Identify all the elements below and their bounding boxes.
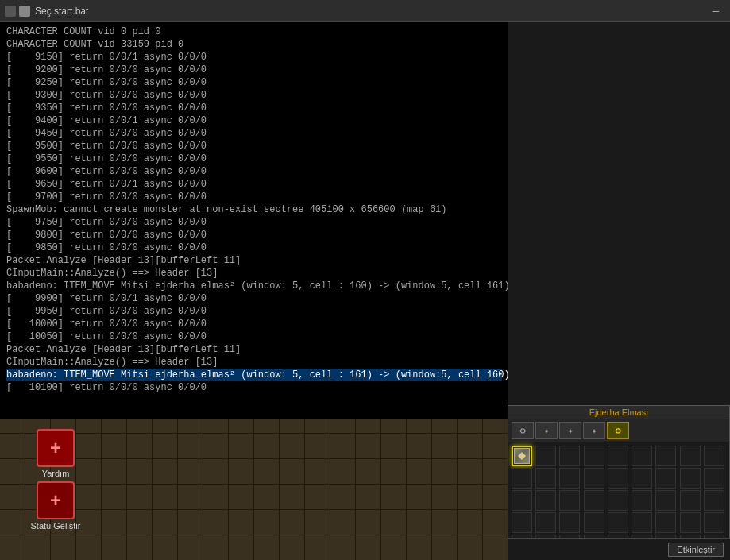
console-line: [ 9750] return 0/0/0 async 0/0/0 <box>6 216 502 229</box>
inventory-toolbar: ⚙✦✦✦⚙ <box>508 419 729 442</box>
console-line: [ 9150] return 0/0/1 async 0/0/0 <box>6 51 502 64</box>
app-icon2 <box>19 6 30 17</box>
inventory-slot[interactable] <box>704 490 724 511</box>
inventory-slot[interactable] <box>608 468 628 489</box>
inventory-tool-btn[interactable]: ✦ <box>535 422 558 439</box>
window-title: Seç start.bat <box>35 6 706 17</box>
inventory-slot[interactable] <box>512 490 532 511</box>
console-line: [ 9900] return 0/0/1 async 0/0/0 <box>6 292 502 305</box>
inventory-slot[interactable] <box>584 468 604 489</box>
console-line: [ 9350] return 0/0/0 async 0/0/0 <box>6 102 502 114</box>
console-line: [ 9850] return 0/0/0 async 0/0/0 <box>6 241 502 254</box>
sidebar-button-icon-0 <box>37 429 75 467</box>
console-line: Packet Analyze [Header 13][bufferLeft 11… <box>6 254 502 267</box>
sidebar-button-icon-1 <box>37 481 75 519</box>
console-line: [ 10050] return 0/0/0 async 0/0/0 <box>6 330 502 343</box>
inventory-slot[interactable] <box>512 446 532 466</box>
console-line: [ 9200] return 0/0/0 async 0/0/0 <box>6 64 502 76</box>
inventory-slot[interactable] <box>704 512 724 533</box>
inventory-slot[interactable] <box>535 512 556 533</box>
inventory-title: Ejderha Elması <box>508 406 729 419</box>
inventory-slot[interactable] <box>559 446 580 466</box>
inventory-slot[interactable] <box>512 468 532 489</box>
inventory-slot[interactable] <box>655 468 676 489</box>
inventory-slot[interactable] <box>632 468 652 489</box>
inventory-slot[interactable] <box>535 490 556 511</box>
inventory-tool-btn[interactable]: ⚙ <box>607 422 629 439</box>
console-line: babadeno: ITEM_MOVE Mitsi ejderha elmas²… <box>6 369 502 381</box>
console-line: [ 9450] return 0/0/0 async 0/0/0 <box>6 127 502 140</box>
console-line: [ 9950] return 0/0/0 async 0/0/0 <box>6 305 502 318</box>
app-icon1 <box>5 6 16 17</box>
console-line: CInputMain::Analyze() ==> Header [13] <box>6 356 502 369</box>
inventory-slot[interactable] <box>608 446 628 466</box>
inventory-slot[interactable] <box>559 468 580 489</box>
inventory-item-icon <box>514 448 530 464</box>
inventory-slot[interactable] <box>632 490 652 511</box>
sidebar-button-1[interactable]: Statü Geliştir <box>24 481 87 531</box>
sidebar-button-0[interactable]: Yardım <box>24 429 87 478</box>
inventory-slot[interactable] <box>680 490 701 511</box>
console-line: CHARACTER COUNT vid 33159 pid 0 <box>6 38 502 51</box>
inventory-slot[interactable] <box>704 446 724 466</box>
console-line: [ 10100] return 0/0/0 async 0/0/0 <box>6 381 502 394</box>
console-line: [ 9500] return 0/0/0 async 0/0/0 <box>6 140 502 153</box>
inventory-tool-btn[interactable]: ✦ <box>559 422 581 439</box>
inventory-slot[interactable] <box>632 446 652 466</box>
inventory-slot[interactable] <box>704 468 724 489</box>
console-line: CInputMain::Analyze() ==> Header [13] <box>6 267 502 280</box>
console-line: SpawnMob: cannot create monster at non-e… <box>6 203 502 216</box>
console-line: Packet Analyze [Header 13][bufferLeft 11… <box>6 343 502 356</box>
inventory-slot[interactable] <box>584 446 604 466</box>
console-output: CHARACTER COUNT vid 0 pid 0CHARACTER COU… <box>0 22 508 419</box>
inventory-slot[interactable] <box>680 446 701 466</box>
inventory-slot[interactable] <box>655 446 676 466</box>
activate-button[interactable]: Etkinleştir <box>668 543 724 557</box>
inventory-slot[interactable] <box>632 512 652 533</box>
titlebar: Seç start.bat — <box>0 0 730 22</box>
inventory-panel: Ejderha Elması ⚙✦✦✦⚙ <box>508 405 730 560</box>
console-line: CHARACTER COUNT vid 0 pid 0 <box>6 25 502 38</box>
console-line: [ 9550] return 0/0/0 async 0/0/0 <box>6 153 502 165</box>
console-line: [ 9700] return 0/0/0 async 0/0/0 <box>6 191 502 203</box>
bottom-bar: Etkinleştir <box>508 538 730 560</box>
inventory-tool-btn[interactable]: ✦ <box>583 422 605 439</box>
console-line: [ 9800] return 0/0/0 async 0/0/0 <box>6 229 502 241</box>
inventory-slot[interactable] <box>655 512 676 533</box>
inventory-slot[interactable] <box>608 490 628 511</box>
console-line: [ 9650] return 0/0/1 async 0/0/0 <box>6 178 502 191</box>
inventory-slot[interactable] <box>535 468 556 489</box>
inventory-slot[interactable] <box>680 512 701 533</box>
minimize-button[interactable]: — <box>706 3 725 19</box>
inventory-slot[interactable] <box>680 468 701 489</box>
inventory-slot[interactable] <box>584 490 604 511</box>
sidebar-button-label-1: Statü Geliştir <box>31 521 81 531</box>
console-line: [ 10000] return 0/0/0 async 0/0/0 <box>6 318 502 330</box>
console-line: [ 9400] return 0/0/1 async 0/0/0 <box>6 114 502 127</box>
inventory-slot[interactable] <box>512 512 532 533</box>
console-line: [ 9250] return 0/0/0 async 0/0/0 <box>6 76 502 89</box>
console-line: [ 9300] return 0/0/0 async 0/0/0 <box>6 89 502 102</box>
inventory-slot[interactable] <box>559 512 580 533</box>
inventory-slot[interactable] <box>655 490 676 511</box>
inventory-tool-btn[interactable]: ⚙ <box>512 422 534 439</box>
inventory-slot[interactable] <box>559 490 580 511</box>
console-line: [ 9600] return 0/0/0 async 0/0/0 <box>6 165 502 178</box>
inventory-slot[interactable] <box>535 446 556 466</box>
left-sidebar: YardımStatü Geliştir <box>24 429 87 531</box>
sidebar-button-label-0: Yardım <box>42 469 70 478</box>
inventory-slot[interactable] <box>584 512 604 533</box>
console-line: babadeno: ITEM_MOVE Mitsi ejderha elmas²… <box>6 280 502 292</box>
inventory-slot[interactable] <box>608 512 628 533</box>
